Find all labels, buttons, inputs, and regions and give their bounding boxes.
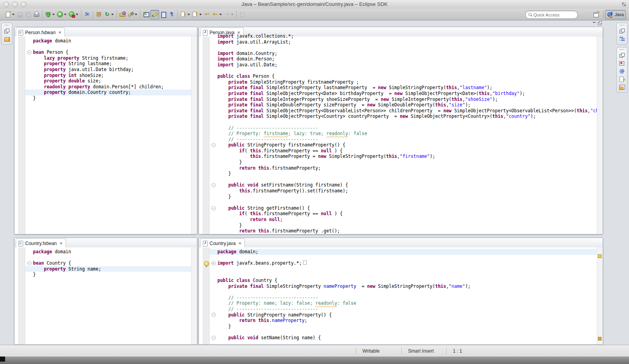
code-line[interactable]: package domain; — [210, 249, 597, 255]
code-line[interactable]: − public void setName(String name) { — [210, 335, 597, 341]
code-line[interactable]: import domain.Person; — [210, 56, 597, 62]
monitor-button[interactable] — [142, 10, 150, 19]
code-line[interactable]: } — [210, 159, 597, 165]
code-line[interactable]: package domain — [25, 249, 191, 255]
code-line[interactable] — [25, 44, 191, 50]
dropdown-caret-icon[interactable] — [199, 14, 202, 15]
code-line[interactable] — [210, 199, 597, 205]
save-button[interactable] — [16, 10, 24, 19]
tab-person-fxbean[interactable]: Person.fxbean ✕ — [16, 27, 65, 37]
code-line[interactable]: lazy property String firstname; — [25, 55, 191, 61]
previous-annotation-button[interactable] — [191, 10, 203, 19]
dropdown-caret-icon[interactable] — [64, 14, 66, 15]
code-line[interactable] — [210, 272, 597, 278]
quick-access-box[interactable] — [525, 11, 578, 19]
code-line[interactable]: // ------------------------------ — [210, 125, 597, 131]
code-line[interactable]: property domain.Country country; — [25, 90, 191, 95]
collapse-fold-icon[interactable]: − — [27, 50, 31, 55]
drag-handle[interactable] — [619, 49, 625, 50]
restore-view-button[interactable] — [618, 27, 626, 35]
refresh-button[interactable]: ↻ — [103, 10, 115, 19]
code-line[interactable]: import domain.Country; — [210, 51, 597, 57]
code-line[interactable]: private final SimpleObjectProperty<Count… — [210, 113, 597, 119]
collapse-fold-icon[interactable]: − — [212, 336, 216, 340]
open-element-button[interactable] — [118, 10, 127, 19]
code-line[interactable] — [210, 289, 597, 295]
dropdown-caret-icon[interactable] — [52, 14, 55, 15]
close-tab-icon[interactable]: ✕ — [237, 241, 241, 245]
code-area[interactable]: package domain−bean Person { lazy proper… — [25, 38, 191, 234]
code-line[interactable]: } — [210, 223, 597, 229]
tab-country-fxbean[interactable]: Country.fxbean ✕ — [16, 238, 66, 248]
dropdown-caret-icon[interactable] — [76, 14, 78, 15]
code-line[interactable]: return this.firstnameProperty .get(); — [210, 228, 597, 234]
overview-marker[interactable] — [598, 337, 601, 340]
code-line[interactable]: private final SimpleObjectProperty<Date>… — [210, 91, 597, 97]
run-external-tools-button[interactable] — [68, 10, 79, 19]
declaration-view-button[interactable] — [618, 75, 626, 83]
code-line[interactable]: − public void setFirstname(String firstn… — [210, 182, 597, 188]
extra-button[interactable] — [238, 10, 246, 19]
problems-view-button[interactable] — [618, 59, 626, 67]
code-line[interactable]: private final SimpleStringProperty nameP… — [210, 284, 597, 289]
dropdown-caret-icon[interactable] — [135, 14, 137, 15]
code-line[interactable]: private final SimpleObjectProperty<Obser… — [210, 108, 597, 114]
vertical-scrollbar[interactable] — [191, 247, 197, 344]
code-area[interactable]: import javafx.collections.*;import java.… — [210, 33, 597, 234]
code-line[interactable]: property int shoeSize; — [25, 73, 191, 79]
collapse-fold-icon[interactable]: − — [212, 143, 216, 147]
code-line[interactable]: property String lastname; — [25, 61, 191, 67]
editor-body[interactable]: package domain;+import javafx.beans.prop… — [199, 247, 603, 344]
restore-view-button[interactable] — [2, 27, 11, 35]
restore-view-button[interactable] — [618, 51, 626, 59]
collapsed-region-icon[interactable] — [303, 260, 307, 265]
drag-handle[interactable] — [619, 24, 625, 26]
next-annotation-button[interactable] — [179, 10, 191, 19]
code-line[interactable]: property java.util.Date birthday; — [25, 67, 191, 73]
collapse-fold-icon[interactable]: − — [212, 206, 216, 210]
code-line[interactable]: } — [210, 194, 597, 200]
editor-body[interactable]: package domain−bean Country { property S… — [15, 247, 197, 344]
collapse-fold-icon[interactable]: − — [212, 313, 216, 317]
fullscreen-icon[interactable] — [622, 2, 626, 6]
package-explorer-button[interactable] — [2, 35, 11, 43]
code-line[interactable] — [210, 177, 597, 183]
editor-body[interactable]: package domain−bean Person { lazy proper… — [15, 37, 197, 234]
console-view-button[interactable] — [618, 83, 626, 91]
code-line[interactable] — [210, 45, 597, 51]
code-line[interactable]: return this.nameProperty; — [210, 318, 597, 324]
close-tab-icon[interactable]: ✕ — [57, 31, 61, 35]
code-line[interactable] — [210, 329, 597, 335]
code-line[interactable] — [210, 68, 597, 74]
collapse-fold-icon[interactable]: − — [212, 183, 216, 187]
dropdown-caret-icon[interactable] — [231, 14, 234, 15]
code-line[interactable] — [210, 119, 597, 125]
code-line[interactable] — [210, 266, 597, 272]
code-line[interactable]: private final SimpleStringProperty lastn… — [210, 85, 597, 91]
print-button[interactable] — [32, 10, 40, 19]
dropdown-caret-icon[interactable] — [188, 14, 190, 15]
open-perspective-button[interactable] — [592, 10, 601, 19]
code-line[interactable]: if( this.firstnameProperty == null ) { — [210, 211, 597, 217]
code-area[interactable]: package domain−bean Country { property S… — [25, 249, 191, 344]
vertical-scrollbar[interactable] — [597, 247, 603, 344]
code-line[interactable]: public class Country { — [210, 278, 597, 284]
dropdown-caret-icon[interactable] — [219, 14, 222, 15]
code-line[interactable]: import javafx.collections.*; — [210, 33, 597, 39]
code-line[interactable]: // ------------------------------ — [210, 306, 597, 312]
code-area[interactable]: package domain;+import javafx.beans.prop… — [210, 249, 597, 344]
vertical-scrollbar[interactable] — [191, 37, 197, 234]
run-button[interactable] — [56, 10, 68, 19]
code-line[interactable]: } — [210, 324, 597, 329]
dropdown-caret-icon[interactable] — [12, 14, 15, 15]
quickfix-lightbulb-icon[interactable] — [204, 261, 209, 266]
code-line[interactable]: +import javafx.beans.property.*; — [210, 260, 597, 266]
expand-fold-icon[interactable]: + — [212, 261, 216, 265]
minimize-view-icon[interactable] — [592, 22, 596, 25]
code-line[interactable]: private final SimpleIntegerProperty shoe… — [210, 97, 597, 102]
code-line[interactable]: return this.firstnameProperty; — [210, 165, 597, 171]
javadoc-view-button[interactable]: @ — [618, 67, 626, 75]
maximize-view-icon[interactable] — [598, 22, 601, 25]
code-line[interactable]: −bean Country { — [25, 260, 191, 266]
code-line[interactable]: public class Person { — [210, 73, 597, 79]
